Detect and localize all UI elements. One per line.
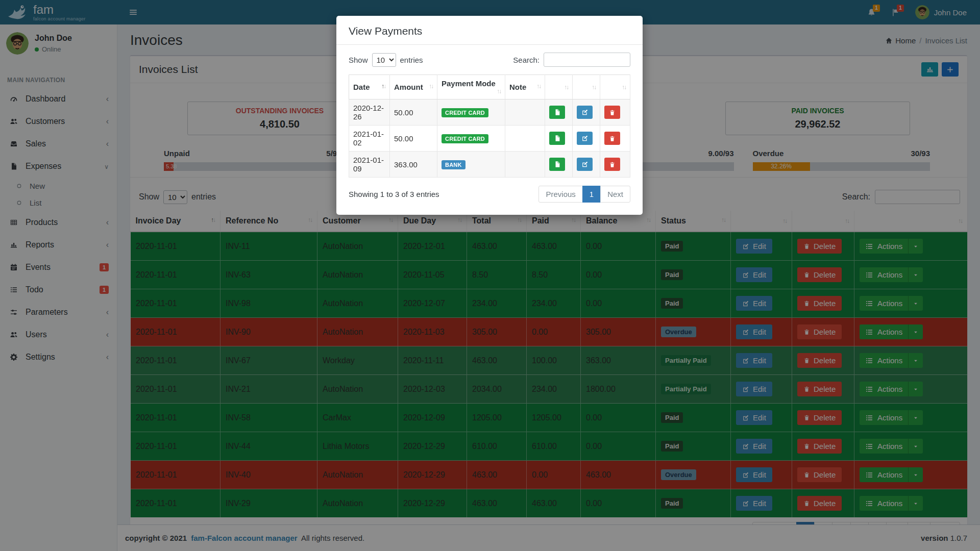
pencil-square-icon xyxy=(581,161,589,168)
cell-edit xyxy=(573,152,600,178)
entries-label: entries xyxy=(400,56,423,64)
sort-icon: ↑↓ xyxy=(564,84,568,91)
sort-icon: ↑↓ xyxy=(381,83,385,90)
payment-row: 2021-01-0250.00CREDIT CARD xyxy=(349,126,630,152)
cell-view xyxy=(545,152,573,178)
pencil-square-icon xyxy=(581,109,589,116)
cell-delete xyxy=(600,126,630,152)
trash-icon xyxy=(609,109,616,116)
file-icon xyxy=(554,161,561,168)
modal-search-input[interactable] xyxy=(544,53,630,67)
payment-mode-badge: CREDIT CARD xyxy=(442,108,488,117)
trash-icon xyxy=(609,161,616,168)
cell-delete xyxy=(600,99,630,126)
cell-payment-mode: CREDIT CARD xyxy=(437,126,505,152)
page-button-1[interactable]: 1 xyxy=(582,186,601,203)
cell-view xyxy=(545,126,573,152)
search-label: Search: xyxy=(513,56,540,64)
receipt-button[interactable] xyxy=(549,106,565,119)
cell-amount: 363.00 xyxy=(390,152,437,178)
sort-icon: ↑↓ xyxy=(592,84,596,91)
column-header-empty[interactable]: ↑↓ xyxy=(600,75,630,99)
cell-edit xyxy=(573,99,600,126)
cell-payment-mode: BANK xyxy=(437,152,505,178)
file-icon xyxy=(554,135,561,142)
cell-date: 2021-01-02 xyxy=(349,126,390,152)
payment-mode-badge: BANK xyxy=(442,160,465,169)
modal-page-size-select[interactable]: 10 xyxy=(372,53,396,67)
cell-amount: 50.00 xyxy=(390,99,437,126)
edit-payment-button[interactable] xyxy=(577,132,593,145)
sort-icon: ↑↓ xyxy=(497,88,501,95)
cell-date: 2021-01-09 xyxy=(349,152,390,178)
cell-payment-mode: CREDIT CARD xyxy=(437,99,505,126)
receipt-button[interactable] xyxy=(549,158,565,171)
receipt-button[interactable] xyxy=(549,132,565,145)
view-payments-modal: View Payments Show 10 entries Search: Da… xyxy=(336,16,643,215)
column-header-empty[interactable]: ↑↓ xyxy=(545,75,573,99)
show-label: Show xyxy=(349,56,368,64)
cell-delete xyxy=(600,152,630,178)
cell-amount: 50.00 xyxy=(390,126,437,152)
page-button-previous[interactable]: Previous xyxy=(538,186,582,203)
column-header-note[interactable]: Note↑↓ xyxy=(505,75,545,99)
column-header-amount[interactable]: Amount↑↓ xyxy=(390,75,437,99)
delete-payment-button[interactable] xyxy=(604,106,620,119)
delete-payment-button[interactable] xyxy=(604,132,620,145)
cell-note xyxy=(505,126,545,152)
column-header-empty[interactable]: ↑↓ xyxy=(573,75,600,99)
edit-payment-button[interactable] xyxy=(577,106,593,119)
edit-payment-button[interactable] xyxy=(577,158,593,171)
cell-date: 2020-12-26 xyxy=(349,99,390,126)
cell-note xyxy=(505,152,545,178)
column-header-payment-mode[interactable]: Payment Mode↑↓ xyxy=(437,75,505,99)
file-icon xyxy=(554,109,561,116)
sort-icon: ↑↓ xyxy=(429,83,433,90)
column-header-date[interactable]: Date↑↓ xyxy=(349,75,390,99)
sort-icon: ↑↓ xyxy=(536,83,541,90)
payment-row: 2021-01-09363.00BANK xyxy=(349,152,630,178)
pencil-square-icon xyxy=(581,135,589,142)
modal-title: View Payments xyxy=(349,25,422,37)
payment-mode-badge: CREDIT CARD xyxy=(442,134,488,143)
trash-icon xyxy=(609,135,616,142)
modal-table-summary: Showing 1 to 3 of 3 entries xyxy=(349,190,439,198)
payments-table: Date↑↓Amount↑↓Payment Mode↑↓Note↑↓↑↓↑↓↑↓… xyxy=(349,74,630,178)
delete-payment-button[interactable] xyxy=(604,158,620,171)
cell-note xyxy=(505,99,545,126)
page-button-next[interactable]: Next xyxy=(600,186,630,203)
cell-view xyxy=(545,99,573,126)
cell-edit xyxy=(573,126,600,152)
sort-icon: ↑↓ xyxy=(622,84,626,91)
payment-row: 2020-12-2650.00CREDIT CARD xyxy=(349,99,630,126)
